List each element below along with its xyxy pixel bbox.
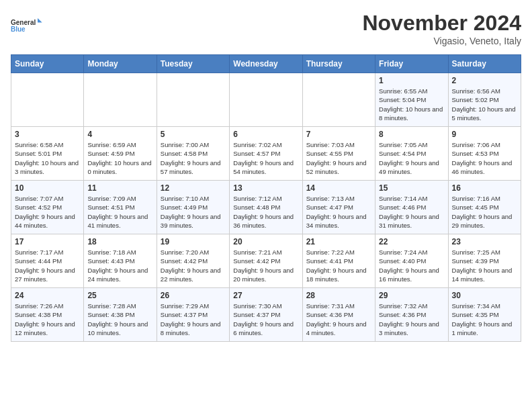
day-number: 26	[161, 291, 226, 300]
calendar-cell: 1Sunrise: 6:55 AM Sunset: 5:04 PM Daylig…	[375, 73, 448, 127]
day-number: 28	[306, 291, 371, 300]
logo-svg: General Blue	[11, 11, 44, 40]
month-title: November 2024	[362, 11, 521, 36]
day-number: 14	[306, 183, 371, 193]
calendar-cell	[230, 73, 302, 127]
calendar-cell: 28Sunrise: 7:31 AM Sunset: 4:36 PM Dayli…	[302, 288, 375, 342]
day-number: 2	[452, 76, 517, 85]
logo: General Blue	[11, 11, 44, 40]
calendar-cell: 9Sunrise: 7:06 AM Sunset: 4:53 PM Daylig…	[448, 127, 521, 181]
day-info: Sunrise: 7:22 AM Sunset: 4:41 PM Dayligh…	[306, 248, 371, 283]
calendar-cell: 10Sunrise: 7:07 AM Sunset: 4:52 PM Dayli…	[11, 181, 84, 234]
day-number: 8	[379, 130, 444, 139]
day-number: 22	[379, 237, 444, 246]
svg-marker-2	[38, 18, 42, 23]
day-info: Sunrise: 7:32 AM Sunset: 4:36 PM Dayligh…	[379, 302, 444, 337]
day-info: Sunrise: 7:20 AM Sunset: 4:42 PM Dayligh…	[161, 248, 226, 283]
dow-header-sunday: Sunday	[11, 55, 84, 73]
calendar-cell: 18Sunrise: 7:18 AM Sunset: 4:43 PM Dayli…	[84, 234, 157, 288]
day-info: Sunrise: 7:24 AM Sunset: 4:40 PM Dayligh…	[379, 248, 444, 283]
calendar-cell: 19Sunrise: 7:20 AM Sunset: 4:42 PM Dayli…	[157, 234, 229, 288]
day-number: 20	[233, 237, 298, 246]
day-info: Sunrise: 7:17 AM Sunset: 4:44 PM Dayligh…	[15, 248, 80, 283]
dow-header-tuesday: Tuesday	[157, 55, 229, 73]
calendar-cell: 2Sunrise: 6:56 AM Sunset: 5:02 PM Daylig…	[448, 73, 521, 127]
day-number: 23	[452, 237, 517, 246]
calendar-cell: 6Sunrise: 7:02 AM Sunset: 4:57 PM Daylig…	[230, 127, 302, 181]
calendar-cell: 12Sunrise: 7:10 AM Sunset: 4:49 PM Dayli…	[157, 181, 229, 234]
calendar-table: SundayMondayTuesdayWednesdayThursdayFrid…	[11, 54, 521, 342]
day-info: Sunrise: 7:21 AM Sunset: 4:42 PM Dayligh…	[233, 248, 298, 283]
calendar-cell: 24Sunrise: 7:26 AM Sunset: 4:38 PM Dayli…	[11, 288, 84, 342]
svg-text:Blue: Blue	[11, 26, 26, 33]
day-info: Sunrise: 7:18 AM Sunset: 4:43 PM Dayligh…	[87, 248, 152, 283]
day-info: Sunrise: 7:12 AM Sunset: 4:48 PM Dayligh…	[233, 194, 298, 230]
day-info: Sunrise: 7:16 AM Sunset: 4:45 PM Dayligh…	[452, 194, 517, 230]
calendar-cell: 22Sunrise: 7:24 AM Sunset: 4:40 PM Dayli…	[375, 234, 448, 288]
day-number: 10	[15, 183, 80, 193]
calendar-cell	[157, 73, 229, 127]
day-info: Sunrise: 7:28 AM Sunset: 4:38 PM Dayligh…	[87, 302, 152, 337]
calendar-cell: 11Sunrise: 7:09 AM Sunset: 4:51 PM Dayli…	[84, 181, 157, 234]
day-number: 5	[161, 130, 226, 139]
day-info: Sunrise: 7:25 AM Sunset: 4:39 PM Dayligh…	[452, 248, 517, 283]
calendar-cell	[11, 73, 84, 127]
day-number: 18	[87, 237, 152, 246]
day-info: Sunrise: 7:26 AM Sunset: 4:38 PM Dayligh…	[15, 302, 80, 337]
calendar-cell: 17Sunrise: 7:17 AM Sunset: 4:44 PM Dayli…	[11, 234, 84, 288]
page-header: General Blue November 2024 Vigasio, Vene…	[11, 11, 521, 46]
calendar-cell: 16Sunrise: 7:16 AM Sunset: 4:45 PM Dayli…	[448, 181, 521, 234]
calendar-cell: 14Sunrise: 7:13 AM Sunset: 4:47 PM Dayli…	[302, 181, 375, 234]
calendar-cell: 5Sunrise: 7:00 AM Sunset: 4:58 PM Daylig…	[157, 127, 229, 181]
day-number: 29	[379, 291, 444, 300]
day-info: Sunrise: 7:30 AM Sunset: 4:37 PM Dayligh…	[233, 302, 298, 337]
day-info: Sunrise: 6:59 AM Sunset: 4:59 PM Dayligh…	[87, 140, 152, 176]
calendar-cell: 20Sunrise: 7:21 AM Sunset: 4:42 PM Dayli…	[230, 234, 302, 288]
calendar-cell	[84, 73, 157, 127]
calendar-cell: 30Sunrise: 7:34 AM Sunset: 4:35 PM Dayli…	[448, 288, 521, 342]
day-info: Sunrise: 6:58 AM Sunset: 5:01 PM Dayligh…	[15, 140, 80, 176]
day-info: Sunrise: 7:13 AM Sunset: 4:47 PM Dayligh…	[306, 194, 371, 230]
calendar-cell: 7Sunrise: 7:03 AM Sunset: 4:55 PM Daylig…	[302, 127, 375, 181]
dow-header-wednesday: Wednesday	[230, 55, 302, 73]
day-number: 24	[15, 291, 80, 300]
day-info: Sunrise: 7:00 AM Sunset: 4:58 PM Dayligh…	[161, 140, 226, 176]
day-number: 4	[87, 130, 152, 139]
calendar-cell: 29Sunrise: 7:32 AM Sunset: 4:36 PM Dayli…	[375, 288, 448, 342]
calendar-cell: 4Sunrise: 6:59 AM Sunset: 4:59 PM Daylig…	[84, 127, 157, 181]
calendar-cell: 21Sunrise: 7:22 AM Sunset: 4:41 PM Dayli…	[302, 234, 375, 288]
title-block: November 2024 Vigasio, Veneto, Italy	[362, 11, 521, 46]
day-number: 19	[161, 237, 226, 246]
location-subtitle: Vigasio, Veneto, Italy	[362, 36, 521, 46]
day-number: 13	[233, 183, 298, 193]
day-info: Sunrise: 7:34 AM Sunset: 4:35 PM Dayligh…	[452, 302, 517, 337]
calendar-cell: 15Sunrise: 7:14 AM Sunset: 4:46 PM Dayli…	[375, 181, 448, 234]
day-info: Sunrise: 6:55 AM Sunset: 5:04 PM Dayligh…	[379, 87, 444, 122]
svg-text:General: General	[11, 19, 36, 26]
day-info: Sunrise: 6:56 AM Sunset: 5:02 PM Dayligh…	[452, 87, 517, 122]
day-info: Sunrise: 7:31 AM Sunset: 4:36 PM Dayligh…	[306, 302, 371, 337]
day-number: 30	[452, 291, 517, 300]
dow-header-thursday: Thursday	[302, 55, 375, 73]
day-number: 3	[15, 130, 80, 139]
day-number: 1	[379, 76, 444, 85]
day-number: 17	[15, 237, 80, 246]
day-info: Sunrise: 7:29 AM Sunset: 4:37 PM Dayligh…	[161, 302, 226, 337]
day-number: 9	[452, 130, 517, 139]
calendar-cell: 25Sunrise: 7:28 AM Sunset: 4:38 PM Dayli…	[84, 288, 157, 342]
calendar-cell: 23Sunrise: 7:25 AM Sunset: 4:39 PM Dayli…	[448, 234, 521, 288]
day-info: Sunrise: 7:03 AM Sunset: 4:55 PM Dayligh…	[306, 140, 371, 176]
calendar-cell: 13Sunrise: 7:12 AM Sunset: 4:48 PM Dayli…	[230, 181, 302, 234]
calendar-cell: 27Sunrise: 7:30 AM Sunset: 4:37 PM Dayli…	[230, 288, 302, 342]
calendar-cell: 3Sunrise: 6:58 AM Sunset: 5:01 PM Daylig…	[11, 127, 84, 181]
day-info: Sunrise: 7:02 AM Sunset: 4:57 PM Dayligh…	[233, 140, 298, 176]
day-number: 27	[233, 291, 298, 300]
day-number: 6	[233, 130, 298, 139]
day-number: 21	[306, 237, 371, 246]
calendar-cell: 26Sunrise: 7:29 AM Sunset: 4:37 PM Dayli…	[157, 288, 229, 342]
dow-header-friday: Friday	[375, 55, 448, 73]
day-number: 15	[379, 183, 444, 193]
day-info: Sunrise: 7:07 AM Sunset: 4:52 PM Dayligh…	[15, 194, 80, 230]
day-info: Sunrise: 7:05 AM Sunset: 4:54 PM Dayligh…	[379, 140, 444, 176]
day-info: Sunrise: 7:10 AM Sunset: 4:49 PM Dayligh…	[161, 194, 226, 230]
